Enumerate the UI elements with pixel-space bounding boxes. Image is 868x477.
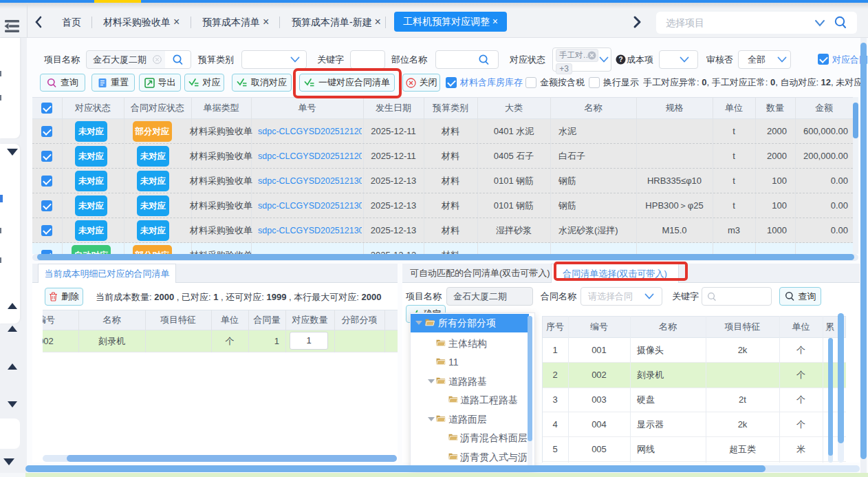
svg-text:?: ? — [618, 56, 622, 63]
